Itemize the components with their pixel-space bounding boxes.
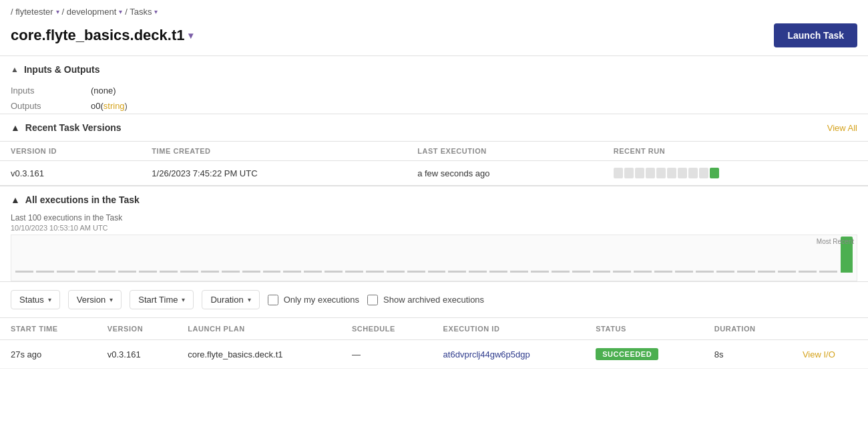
chart-dash-line bbox=[696, 271, 714, 273]
executions-table-header: START TIME VERSION LAUNCH PLAN SCHEDULE … bbox=[0, 318, 868, 340]
executions-info: Last 100 executions in the Task 10/10/20… bbox=[0, 213, 868, 235]
run-seg-6 bbox=[667, 168, 676, 178]
view-io-link[interactable]: View I/O bbox=[803, 349, 835, 359]
inputs-outputs-header: ▲ Inputs & Outputs bbox=[0, 56, 868, 83]
recent-versions-section: ▲ Recent Task Versions View All bbox=[0, 114, 868, 141]
breadcrumb-chevron-1: ▾ bbox=[56, 8, 59, 15]
version-filter-button[interactable]: Version ▾ bbox=[68, 290, 122, 309]
view-all-link[interactable]: View All bbox=[827, 123, 857, 133]
only-my-executions-checkbox[interactable] bbox=[268, 295, 278, 305]
exec-execution-id[interactable]: at6dvprclj44gw6p5dgp bbox=[433, 340, 586, 369]
start-time-filter-button[interactable]: Start Time ▾ bbox=[130, 290, 194, 309]
run-seg-9 bbox=[699, 168, 708, 178]
show-archived-checkbox-group[interactable]: Show archived executions bbox=[367, 295, 484, 305]
chart-dash-line bbox=[180, 271, 198, 273]
show-archived-checkbox[interactable] bbox=[367, 295, 378, 305]
run-seg-3 bbox=[635, 168, 644, 178]
chart-dash-line bbox=[799, 271, 817, 273]
start-time-filter-arrow: ▾ bbox=[182, 296, 185, 303]
recent-versions-title: Recent Task Versions bbox=[25, 122, 122, 133]
last-execution-cell: a few seconds ago bbox=[407, 161, 603, 186]
chart-dash-line bbox=[510, 271, 528, 273]
chart-dash-line bbox=[737, 271, 755, 273]
inputs-outputs-section: ▲ Inputs & Outputs Inputs (none) Outputs… bbox=[0, 55, 868, 114]
only-my-executions-checkbox-group[interactable]: Only my executions bbox=[268, 295, 359, 305]
all-executions-toggle-icon[interactable]: ▲ bbox=[11, 194, 20, 205]
only-my-executions-label: Only my executions bbox=[284, 295, 359, 305]
duration-filter-label: Duration bbox=[210, 295, 243, 305]
chart-dash-line bbox=[634, 271, 652, 273]
run-seg-8 bbox=[688, 168, 698, 178]
executions-chart: Most Recent bbox=[11, 235, 857, 281]
chart-dash-line bbox=[139, 271, 157, 273]
exec-start-time: 27s ago bbox=[0, 340, 97, 369]
exec-duration: 8s bbox=[704, 340, 792, 369]
exec-col-launch-plan: LAUNCH PLAN bbox=[177, 318, 341, 340]
status-filter-button[interactable]: Status ▾ bbox=[11, 290, 60, 309]
outputs-row: Outputs o0(string) bbox=[0, 98, 868, 114]
chart-dash-line bbox=[654, 271, 672, 273]
chart-dash-line bbox=[758, 271, 776, 273]
run-seg-10-success bbox=[710, 168, 719, 178]
exec-col-duration: DURATION bbox=[704, 318, 792, 340]
exec-date-text: 10/10/2023 10:53:10 AM UTC bbox=[11, 224, 857, 232]
exec-meta-text: Last 100 executions in the Task bbox=[11, 213, 857, 222]
page-title: core.flyte_basics.deck.t1 ▾ bbox=[11, 27, 193, 44]
filters-row: Status ▾ Version ▾ Start Time ▾ Duration… bbox=[0, 281, 868, 317]
exec-id-link[interactable]: at6dvprclj44gw6p5dgp bbox=[443, 349, 530, 359]
outputs-value: o0(string) bbox=[91, 101, 128, 111]
exec-view-io-cell: View I/O bbox=[792, 340, 868, 369]
chart-dash-line bbox=[304, 271, 322, 273]
exec-schedule: — bbox=[341, 340, 433, 369]
outputs-type: string bbox=[103, 101, 125, 111]
chart-dash-line bbox=[778, 271, 796, 273]
breadcrumb-development[interactable]: / development bbox=[62, 7, 117, 17]
chart-dash-line bbox=[407, 271, 425, 273]
run-seg-2 bbox=[624, 168, 634, 178]
chart-dash-line bbox=[160, 271, 178, 273]
recent-run-bar bbox=[614, 168, 857, 178]
duration-filter-button[interactable]: Duration ▾ bbox=[202, 290, 259, 309]
exec-col-execution-id: EXECUTION ID bbox=[433, 318, 586, 340]
inputs-label: Inputs bbox=[11, 86, 91, 96]
exec-status-cell: SUCCEEDED bbox=[585, 340, 704, 369]
all-executions-header: ▲ All executions in the Task bbox=[0, 186, 868, 213]
chart-dash-line bbox=[263, 271, 281, 273]
chart-dash-line bbox=[345, 271, 363, 273]
chart-dash-line bbox=[819, 271, 837, 273]
run-seg-1 bbox=[614, 168, 623, 178]
chart-dash-line bbox=[675, 271, 693, 273]
col-last-execution: LAST EXECUTION bbox=[407, 142, 603, 161]
start-time-filter-label: Start Time bbox=[138, 295, 178, 305]
breadcrumb-flytetester[interactable]: / flytetester bbox=[11, 7, 53, 17]
chart-dash-line bbox=[118, 271, 136, 273]
chart-dash-line bbox=[531, 271, 549, 273]
chart-dash-line bbox=[593, 271, 611, 273]
chart-dash-line bbox=[222, 271, 240, 273]
chart-dash-line bbox=[201, 271, 219, 273]
chart-dash-line bbox=[15, 271, 33, 273]
exec-version: v0.3.161 bbox=[97, 340, 177, 369]
chart-dash-line bbox=[448, 271, 466, 273]
breadcrumb-chevron-2: ▾ bbox=[119, 8, 122, 15]
executions-table: START TIME VERSION LAUNCH PLAN SCHEDULE … bbox=[0, 317, 868, 369]
chart-dash-line bbox=[387, 271, 405, 273]
exec-col-schedule: SCHEDULE bbox=[341, 318, 433, 340]
chart-dash-line bbox=[36, 271, 54, 273]
status-filter-arrow: ▾ bbox=[48, 296, 51, 303]
exec-col-actions bbox=[792, 318, 868, 340]
show-archived-label: Show archived executions bbox=[383, 295, 484, 305]
exec-col-status: STATUS bbox=[585, 318, 704, 340]
inputs-outputs-toggle-icon[interactable]: ▲ bbox=[11, 65, 19, 74]
launch-task-button[interactable]: Launch Task bbox=[774, 23, 857, 47]
recent-versions-toggle-icon[interactable]: ▲ bbox=[11, 122, 20, 133]
exec-col-version: VERSION bbox=[97, 318, 177, 340]
page-title-text: core.flyte_basics.deck.t1 bbox=[11, 27, 184, 44]
run-seg-7 bbox=[678, 168, 687, 178]
run-seg-5 bbox=[656, 168, 666, 178]
all-executions-title: All executions in the Task bbox=[25, 194, 140, 205]
chart-inner bbox=[15, 237, 853, 278]
page-title-dropdown-icon[interactable]: ▾ bbox=[188, 30, 193, 41]
breadcrumb-tasks[interactable]: / Tasks bbox=[125, 7, 152, 17]
chart-dash-line bbox=[98, 271, 116, 273]
